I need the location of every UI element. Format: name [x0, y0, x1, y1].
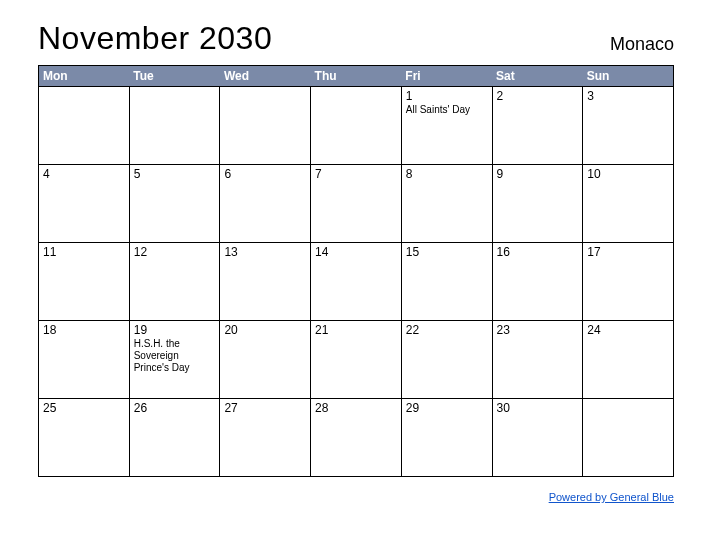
weekday-sun: Sun: [583, 66, 674, 87]
day-number: 20: [224, 323, 306, 337]
day-cell: 25: [39, 399, 130, 477]
day-number: 8: [406, 167, 488, 181]
day-number: 10: [587, 167, 669, 181]
day-cell: 26: [129, 399, 220, 477]
calendar-header: November 2030 Monaco: [38, 20, 674, 57]
calendar-week-row: 45678910: [39, 165, 674, 243]
day-number: 22: [406, 323, 488, 337]
weekday-wed: Wed: [220, 66, 311, 87]
day-number: 12: [134, 245, 216, 259]
day-number: 2: [497, 89, 579, 103]
day-number: 19: [134, 323, 216, 337]
day-cell: 1All Saints' Day: [401, 87, 492, 165]
day-cell: 21: [311, 321, 402, 399]
day-number: 9: [497, 167, 579, 181]
day-number: 6: [224, 167, 306, 181]
calendar-body: 1All Saints' Day234567891011121314151617…: [39, 87, 674, 477]
day-cell: 15: [401, 243, 492, 321]
day-cell: 23: [492, 321, 583, 399]
weekday-mon: Mon: [39, 66, 130, 87]
day-cell: 5: [129, 165, 220, 243]
calendar-week-row: 252627282930: [39, 399, 674, 477]
day-number: 26: [134, 401, 216, 415]
day-cell: 13: [220, 243, 311, 321]
day-event: H.S.H. the Sovereign Prince's Day: [134, 338, 216, 374]
day-number: 17: [587, 245, 669, 259]
day-number: 4: [43, 167, 125, 181]
weekday-header-row: Mon Tue Wed Thu Fri Sat Sun: [39, 66, 674, 87]
day-cell: 7: [311, 165, 402, 243]
day-number: 16: [497, 245, 579, 259]
day-cell: 11: [39, 243, 130, 321]
day-cell: 12: [129, 243, 220, 321]
day-cell: 27: [220, 399, 311, 477]
calendar-grid: Mon Tue Wed Thu Fri Sat Sun 1All Saints'…: [38, 65, 674, 477]
day-number: 1: [406, 89, 488, 103]
day-number: 3: [587, 89, 669, 103]
calendar-week-row: 11121314151617: [39, 243, 674, 321]
day-cell: 29: [401, 399, 492, 477]
day-number: 23: [497, 323, 579, 337]
day-number: 11: [43, 245, 125, 259]
day-number: 5: [134, 167, 216, 181]
day-number: 18: [43, 323, 125, 337]
page-title: November 2030: [38, 20, 272, 57]
day-cell: 19H.S.H. the Sovereign Prince's Day: [129, 321, 220, 399]
day-cell: 4: [39, 165, 130, 243]
day-cell: [220, 87, 311, 165]
day-cell: 16: [492, 243, 583, 321]
day-cell: 18: [39, 321, 130, 399]
day-cell: 10: [583, 165, 674, 243]
day-cell: [129, 87, 220, 165]
day-cell: 6: [220, 165, 311, 243]
day-number: 24: [587, 323, 669, 337]
day-number: 27: [224, 401, 306, 415]
calendar-week-row: 1All Saints' Day23: [39, 87, 674, 165]
calendar-week-row: 1819H.S.H. the Sovereign Prince's Day202…: [39, 321, 674, 399]
day-cell: [311, 87, 402, 165]
powered-by-link[interactable]: Powered by General Blue: [549, 491, 674, 503]
day-cell: 14: [311, 243, 402, 321]
day-cell: [583, 399, 674, 477]
day-cell: [39, 87, 130, 165]
day-cell: 22: [401, 321, 492, 399]
day-number: 29: [406, 401, 488, 415]
weekday-fri: Fri: [401, 66, 492, 87]
day-number: 14: [315, 245, 397, 259]
day-number: 21: [315, 323, 397, 337]
day-number: 7: [315, 167, 397, 181]
day-cell: 2: [492, 87, 583, 165]
day-number: 28: [315, 401, 397, 415]
weekday-sat: Sat: [492, 66, 583, 87]
day-number: 30: [497, 401, 579, 415]
day-cell: 8: [401, 165, 492, 243]
day-number: 13: [224, 245, 306, 259]
day-cell: 3: [583, 87, 674, 165]
region-label: Monaco: [610, 34, 674, 57]
day-number: 15: [406, 245, 488, 259]
footer: Powered by General Blue: [38, 487, 674, 505]
day-cell: 28: [311, 399, 402, 477]
day-number: 25: [43, 401, 125, 415]
day-cell: 17: [583, 243, 674, 321]
day-cell: 30: [492, 399, 583, 477]
day-cell: 20: [220, 321, 311, 399]
weekday-thu: Thu: [311, 66, 402, 87]
day-event: All Saints' Day: [406, 104, 488, 116]
day-cell: 9: [492, 165, 583, 243]
weekday-tue: Tue: [129, 66, 220, 87]
day-cell: 24: [583, 321, 674, 399]
